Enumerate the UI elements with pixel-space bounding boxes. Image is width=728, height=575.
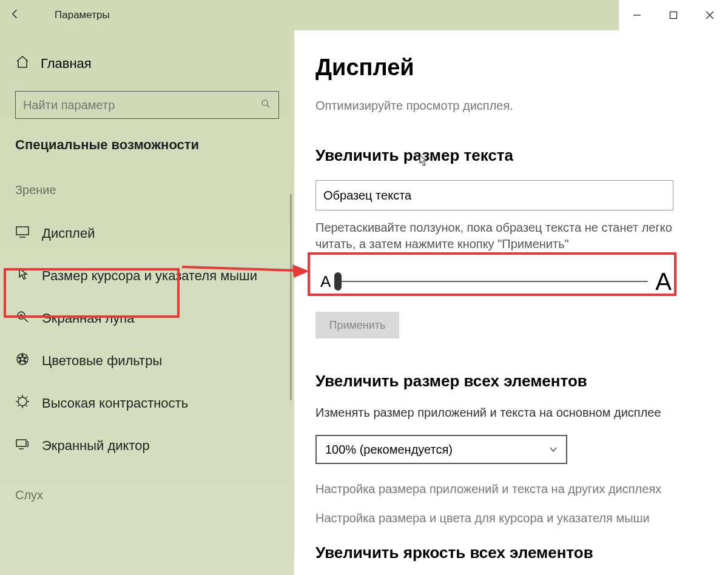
sidebar-item-label: Размер курсора и указателя мыши	[42, 268, 257, 284]
sidebar-item-label: Цветовые фильтры	[42, 353, 162, 369]
apply-button[interactable]: Применить	[315, 312, 399, 338]
scale-dropdown[interactable]: 100% (рекомендуется)	[315, 435, 567, 464]
brightness-heading: Увеличить яркость всех элементов	[315, 543, 707, 562]
apply-button-label: Применить	[329, 319, 385, 332]
group-vision-label: Зрение	[0, 183, 294, 197]
search-box[interactable]	[15, 91, 279, 119]
sidebar-item-label: Дисплей	[42, 226, 95, 241]
display-icon	[15, 224, 30, 243]
section-label: Специальные возможности	[0, 137, 294, 153]
svg-point-17	[19, 361, 21, 363]
colorfilters-icon	[15, 352, 30, 370]
svg-rect-1	[670, 12, 677, 19]
text-size-slider[interactable]: A A	[315, 263, 676, 300]
link-cursor-settings[interactable]: Настройка размера и цвета для курсора и …	[315, 511, 707, 525]
highcontrast-icon	[15, 394, 30, 412]
svg-line-11	[24, 318, 28, 322]
titlebar: Параметры	[0, 0, 728, 30]
sidebar-item-highcontrast[interactable]: Высокая контрастность	[0, 382, 294, 425]
slider-min-label: A	[320, 272, 331, 291]
page-title: Дисплей	[315, 55, 707, 81]
svg-point-16	[24, 361, 26, 363]
sample-text-box: Образец текста	[315, 180, 673, 210]
minimize-button[interactable]	[619, 0, 655, 30]
mouse-cursor-icon	[419, 155, 428, 169]
window-buttons	[619, 0, 728, 30]
svg-point-13	[21, 357, 24, 361]
search-input[interactable]	[23, 98, 260, 112]
slider-instruction: Перетаскивайте ползунок, пока образец те…	[315, 220, 679, 252]
sidebar-item-label: Экранный диктор	[42, 438, 150, 454]
allsize-heading: Увеличить размер всех элементов	[315, 372, 707, 391]
svg-line-25	[26, 405, 27, 406]
sidebar-item-label: Высокая контрастность	[42, 395, 188, 411]
svg-rect-6	[16, 227, 29, 235]
sidebar-home[interactable]: Главная	[15, 55, 279, 73]
window-title: Параметры	[30, 9, 110, 21]
allsize-description: Изменять размер приложений и текста на о…	[315, 406, 707, 420]
svg-point-4	[262, 100, 268, 106]
close-button[interactable]	[692, 0, 728, 30]
back-button[interactable]	[0, 8, 30, 23]
svg-point-15	[25, 357, 27, 359]
svg-point-14	[22, 355, 24, 357]
cursor-icon	[15, 267, 30, 285]
textsize-heading: Увеличить размер текста	[315, 146, 707, 165]
sidebar-item-label: Экранная лупа	[42, 311, 134, 326]
slider-max-label: A	[655, 268, 672, 295]
sidebar-home-label: Главная	[41, 56, 92, 72]
svg-line-27	[26, 397, 27, 398]
sidebar-item-colorfilters[interactable]: Цветовые фильтры	[0, 340, 294, 382]
svg-rect-28	[16, 440, 26, 446]
slider-track[interactable]	[338, 281, 648, 282]
scale-dropdown-value: 100% (рекомендуется)	[325, 443, 453, 457]
search-icon	[260, 98, 271, 112]
svg-point-18	[19, 357, 21, 359]
content-panel: Дисплей Оптимизируйте просмотр дисплея. …	[294, 30, 728, 575]
textsize-heading-label: Увеличить размер текста	[315, 146, 513, 164]
link-other-displays[interactable]: Настройка размера приложений и текста на…	[315, 482, 707, 496]
page-description: Оптимизируйте просмотр дисплея.	[315, 99, 707, 113]
maximize-button[interactable]	[655, 0, 692, 30]
home-icon	[15, 55, 30, 73]
sidebar-item-magnifier[interactable]: Экранная лупа	[0, 297, 294, 340]
chevron-down-icon	[549, 443, 558, 457]
sample-text: Образец текста	[323, 189, 411, 203]
svg-line-26	[18, 405, 19, 406]
group-hearing-label: Слух	[0, 488, 294, 502]
sidebar: Главная Специальные возможности Зрение Д…	[0, 30, 294, 575]
svg-line-5	[267, 105, 269, 107]
sidebar-item-narrator[interactable]: Экранный диктор	[0, 425, 294, 467]
scrollbar[interactable]	[290, 194, 292, 400]
magnifier-icon	[15, 309, 30, 328]
svg-point-19	[18, 397, 27, 406]
svg-line-24	[18, 397, 19, 398]
slider-thumb[interactable]	[334, 272, 342, 291]
sidebar-item-cursor[interactable]: Размер курсора и указателя мыши	[0, 255, 294, 297]
narrator-icon	[15, 437, 30, 455]
sidebar-item-display[interactable]: Дисплей	[0, 212, 294, 255]
